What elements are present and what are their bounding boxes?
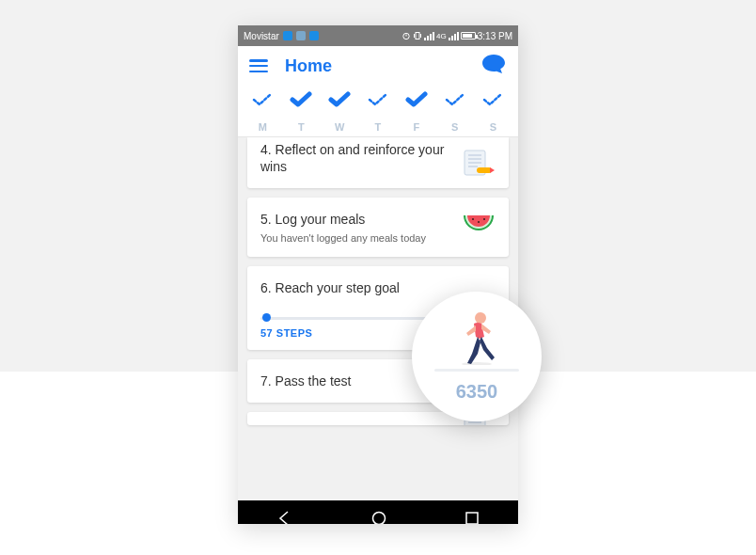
check-icon [251,91,274,108]
check-icon [405,91,428,108]
bubble-progress [434,369,519,372]
day-col-thu[interactable]: T [361,91,395,133]
svg-point-12 [478,221,480,223]
carrier-label: Movistar [244,31,279,41]
day-col-sat[interactable]: S [438,91,472,133]
svg-point-23 [373,513,386,525]
app-header: Home [238,46,518,86]
bubble-step-count: 6350 [456,381,498,403]
check-icon [481,91,504,108]
progress-thumb [262,313,271,322]
clock-label: 3:13 PM [478,31,512,41]
svg-rect-2 [416,33,419,40]
walking-person-icon [453,310,500,365]
step-detail-bubble: 6350 [412,292,542,421]
nav-home-button[interactable] [370,510,387,524]
task-card-5[interactable]: 5. Log your meals You haven't logged any… [247,198,509,256]
status-app-icon-3 [309,31,319,40]
svg-rect-24 [466,513,478,524]
day-label: S [490,121,496,133]
check-icon [444,91,466,108]
day-label: M [259,121,267,133]
day-col-tue[interactable]: T [284,91,318,133]
battery-icon [461,32,476,40]
week-row: M T W T F [238,86,518,136]
status-app-icon-1 [283,31,292,40]
android-navbar [238,500,518,524]
notes-pencil-icon [460,147,497,179]
status-bar: Movistar 4G 3:13 PM [238,25,518,46]
svg-point-13 [483,218,485,220]
day-label: W [335,121,344,133]
signal-icon-2 [449,31,459,40]
day-col-wed[interactable]: W [323,91,356,133]
svg-point-11 [472,218,474,220]
day-label: S [451,121,458,133]
day-label: T [298,121,305,133]
day-label: T [375,121,382,133]
check-icon [290,91,312,108]
task-card-4[interactable]: 4. Reflect on and reinforce your wins [247,137,509,188]
phone-frame: Movistar 4G 3:13 PM Home [238,25,518,524]
chat-button[interactable] [480,53,507,79]
svg-point-26 [462,362,492,365]
svg-point-25 [475,312,486,324]
alarm-icon [402,31,411,40]
day-label: F [413,121,419,133]
check-icon [328,91,351,108]
check-icon [367,91,389,108]
signal-icon [424,31,434,40]
day-col-fri[interactable]: F [400,91,433,133]
day-col-sun[interactable]: S [476,91,510,133]
nav-back-button[interactable] [276,510,293,524]
network-label: 4G [436,32,447,40]
svg-rect-10 [477,167,492,173]
watermelon-icon [460,207,497,239]
status-app-icon-2 [296,31,306,40]
vibrate-icon [413,31,422,40]
page-title: Home [285,56,332,76]
day-col-mon[interactable]: M [245,91,279,133]
nav-recent-button[interactable] [465,511,480,524]
menu-button[interactable] [249,59,268,72]
